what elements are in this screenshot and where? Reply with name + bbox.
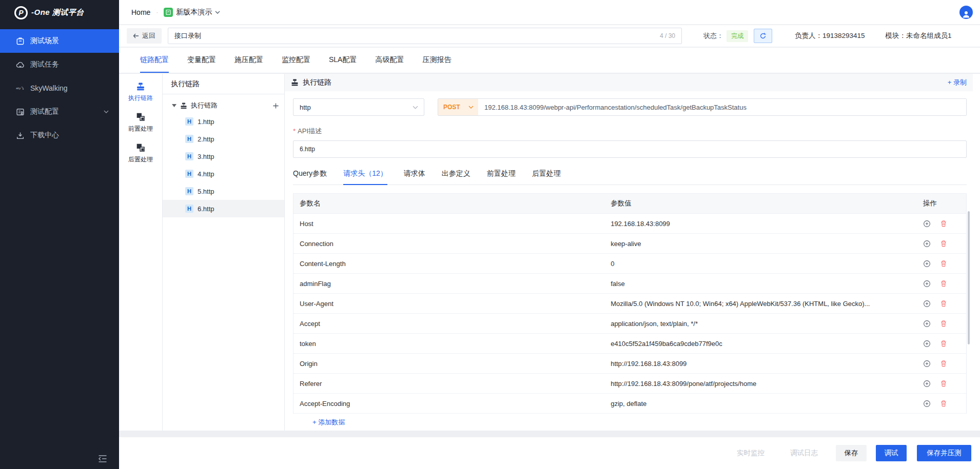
tab-query-params[interactable]: Query参数 — [293, 169, 327, 185]
tab-pre-process[interactable]: 前置处理 — [487, 169, 516, 185]
delete-row-icon[interactable] — [940, 380, 947, 387]
skywalking-icon: sky — [16, 84, 25, 93]
tab-pressure-config[interactable]: 施压配置 — [234, 48, 263, 73]
back-button[interactable]: 返回 — [127, 28, 162, 44]
delete-row-icon[interactable] — [940, 260, 947, 267]
api-desc-input[interactable] — [293, 140, 967, 158]
add-row-icon[interactable] — [923, 300, 931, 308]
sidebar-item-skywalking[interactable]: sky SkyWalking — [0, 76, 119, 100]
protocol-select[interactable]: http — [293, 98, 424, 116]
tree-item-4-http[interactable]: H 4.http — [163, 165, 284, 182]
topbar: Home · 新版本演示 — [119, 0, 980, 25]
tree-item-5-http[interactable]: H 5.http — [163, 182, 284, 200]
breadcrumb-home[interactable]: Home — [131, 8, 150, 16]
delete-row-icon[interactable] — [940, 400, 947, 407]
add-row-icon[interactable] — [923, 240, 931, 248]
cloud-task-icon — [16, 60, 25, 69]
sub-item-post-process[interactable]: 后置处理 — [119, 138, 162, 169]
logo-p-icon: P — [14, 6, 28, 19]
tab-variable-config[interactable]: 变量配置 — [187, 48, 216, 73]
tab-stress-report[interactable]: 压测报告 — [422, 48, 451, 73]
tree-item-label: 3.http — [198, 153, 214, 160]
debug-log-button[interactable]: 调试日志 — [790, 445, 818, 461]
delete-row-icon[interactable] — [940, 300, 947, 307]
action-footer: 实时监控 调试日志 保存 调试 保存并压测 — [119, 437, 980, 469]
api-desc-label: *API描述 — [293, 127, 967, 136]
tree-item-label: 6.http — [198, 205, 214, 213]
chain-icon — [136, 83, 145, 91]
chevron-down-icon — [413, 106, 418, 109]
tree-root-node[interactable]: 执行链路 — [163, 98, 284, 113]
sidebar-item-test-task[interactable]: 测试任务 — [0, 53, 119, 76]
api-desc-label-text: API描述 — [298, 127, 322, 135]
delete-row-icon[interactable] — [940, 280, 947, 287]
sub-item-exec-chain[interactable]: 执行链路 — [119, 78, 162, 108]
sidebar-item-test-scene[interactable]: 测试场景 — [0, 29, 119, 53]
tab-link-config[interactable]: 链路配置 — [140, 48, 169, 73]
add-row-icon[interactable] — [923, 260, 931, 268]
delete-row-icon[interactable] — [940, 240, 947, 247]
refresh-status-button[interactable] — [754, 29, 772, 43]
sidebar-item-download-center[interactable]: 下载中心 — [0, 124, 119, 147]
add-row-icon[interactable] — [923, 320, 931, 328]
add-data-link[interactable]: + 添加数据 — [312, 418, 345, 427]
headers-table: 参数名 参数值 操作 Host 192.168.18.43:8099 Conne… — [293, 193, 967, 414]
tree-body: 执行链路 H 1.http H 2.http H 3.http — [163, 94, 284, 217]
editor-header: 执行链路 + 录制 — [285, 74, 973, 91]
url-input[interactable] — [478, 99, 966, 115]
table-row: User-Agent Mozilla/5.0 (Windows NT 10.0;… — [293, 294, 966, 314]
tab-post-process[interactable]: 后置处理 — [532, 169, 561, 185]
sidebar-collapse-icon[interactable] — [98, 455, 107, 463]
tree-panel-title: 执行链路 — [163, 74, 284, 94]
table-header: 参数名 参数值 操作 — [293, 194, 966, 214]
tree-item-label: 5.http — [198, 188, 214, 195]
add-row-icon[interactable] — [923, 360, 931, 368]
tree-item-1-http[interactable]: H 1.http — [163, 113, 284, 130]
add-row-icon[interactable] — [923, 340, 931, 348]
module-info: 模块：未命名组成员1 — [886, 31, 952, 40]
project-selector[interactable]: 新版本演示 — [164, 8, 220, 17]
delete-row-icon[interactable] — [940, 220, 947, 227]
sub-item-pre-process[interactable]: 前置处理 — [119, 108, 162, 138]
record-link[interactable]: + 录制 — [948, 78, 967, 87]
param-name: Accept-Encoding — [293, 400, 610, 407]
save-and-stress-button[interactable]: 保存并压测 — [917, 445, 971, 461]
tab-output-params[interactable]: 出参定义 — [442, 169, 471, 185]
sidebar-item-test-config[interactable]: 测试配置 — [0, 100, 119, 124]
add-row-icon[interactable] — [923, 220, 931, 228]
delete-row-icon[interactable] — [940, 360, 947, 367]
tree-item-label: 1.http — [198, 118, 214, 126]
table-scrollbar[interactable] — [968, 211, 970, 344]
param-value: false — [610, 280, 920, 288]
param-name: adminFlag — [293, 280, 610, 288]
tab-request-headers[interactable]: 请求头（12） — [343, 169, 387, 185]
table-row: Host 192.168.18.43:8099 — [293, 214, 966, 234]
tree-item-3-http[interactable]: H 3.http — [163, 148, 284, 165]
tab-monitor-config[interactable]: 监控配置 — [282, 48, 310, 73]
param-name: token — [293, 340, 610, 348]
tab-sla-config[interactable]: SLA配置 — [329, 48, 357, 73]
delete-row-icon[interactable] — [940, 340, 947, 347]
editor-title: 执行链路 — [303, 78, 331, 87]
add-row-icon[interactable] — [923, 400, 931, 407]
add-node-icon[interactable] — [272, 103, 279, 109]
sidebar-item-label: 测试场景 — [30, 36, 59, 46]
add-row-icon[interactable] — [923, 280, 931, 288]
debug-button[interactable]: 调试 — [876, 445, 907, 461]
realtime-monitor-button[interactable]: 实时监控 — [737, 445, 765, 461]
tab-request-body[interactable]: 请求体 — [404, 169, 425, 185]
scene-name-input[interactable]: 接口录制 4 / 30 — [168, 28, 682, 44]
add-row-icon[interactable] — [923, 380, 931, 388]
chevron-down-icon — [215, 11, 220, 14]
tree-item-2-http[interactable]: H 2.http — [163, 130, 284, 148]
protocol-value: http — [300, 104, 311, 111]
char-counter: 4 / 30 — [660, 32, 675, 39]
delete-row-icon[interactable] — [940, 320, 947, 327]
param-value: Mozilla/5.0 (Windows NT 10.0; Win64; x64… — [610, 300, 920, 308]
chain-icon — [180, 103, 187, 109]
tree-item-6-http[interactable]: H 6.http — [163, 200, 284, 217]
user-avatar[interactable] — [959, 6, 973, 19]
save-button[interactable]: 保存 — [836, 445, 867, 461]
tab-advanced-config[interactable]: 高级配置 — [375, 48, 404, 73]
method-select[interactable]: POST — [438, 99, 478, 115]
